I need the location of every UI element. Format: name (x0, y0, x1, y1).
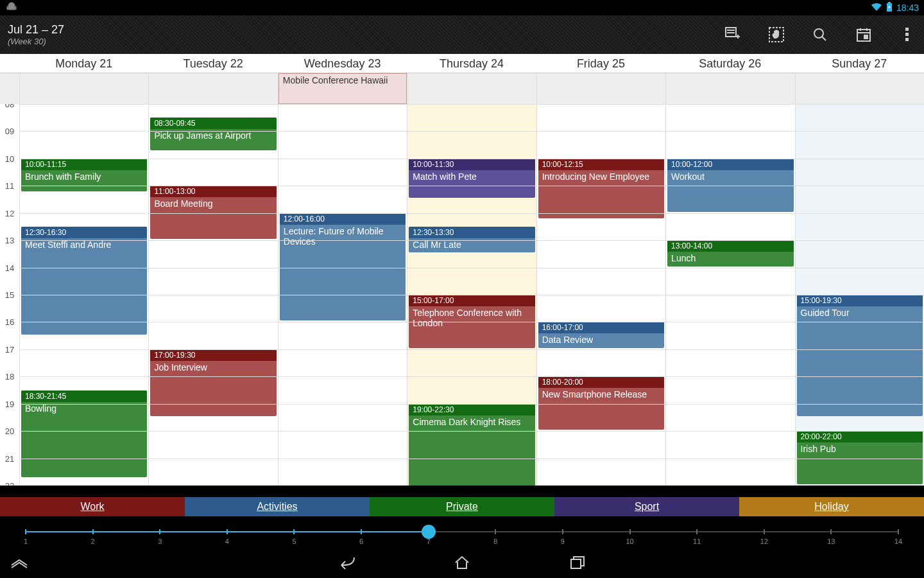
calendar-event[interactable]: 16:00-17:00Data Review (538, 322, 664, 347)
slider-label: 10 (626, 538, 633, 545)
day-header[interactable]: Monday 21 (19, 54, 148, 73)
event-title: Data Review (542, 335, 660, 345)
category-activities[interactable]: Activities (185, 497, 370, 516)
back-button[interactable] (327, 547, 366, 578)
search-icon[interactable] (811, 26, 829, 44)
hour-label: 12 (0, 208, 19, 218)
event-title: Meet Steffi and Andre (25, 240, 143, 250)
hour-label: 10 (0, 153, 19, 163)
date-range-text: Jul 21 – 27 (8, 23, 64, 37)
home-button[interactable] (443, 547, 481, 578)
event-time: 12:00-16:00 (280, 213, 406, 225)
date-range-selector[interactable]: Jul 21 – 27 (Week 30) (8, 23, 64, 46)
allday-cell[interactable] (665, 73, 794, 104)
nav-drawer-icon[interactable] (0, 547, 38, 578)
slider-label: 8 (493, 538, 497, 545)
slider-label: 3 (158, 538, 162, 545)
allday-cell[interactable] (795, 73, 924, 104)
event-title: Cimema Dark Knight Rises (413, 417, 531, 427)
slider-label: 1 (24, 538, 28, 545)
android-nav-bar (0, 547, 924, 578)
recent-apps-button[interactable] (558, 547, 597, 578)
day-header[interactable]: Friday 25 (536, 54, 665, 73)
calendar-event[interactable]: 17:00-19:30Job Interview (150, 349, 276, 416)
event-title: Pick up James at Airport (154, 130, 272, 141)
calendar-event[interactable]: 15:00-17:00Telephone Conference with Lon… (409, 295, 535, 348)
allday-row: Mobile Conference Hawaii (0, 73, 924, 104)
day-header[interactable]: Tuesday 22 (148, 54, 277, 73)
svg-rect-7 (905, 28, 909, 31)
hour-label: 19 (0, 399, 19, 408)
slider-label: 12 (760, 538, 768, 545)
hour-label: 16 (0, 317, 19, 327)
category-sport[interactable]: Sport (554, 497, 739, 516)
day-header[interactable]: Thursday 24 (407, 54, 536, 73)
hour-label: 17 (0, 344, 19, 354)
slider-label: 4 (225, 538, 229, 545)
event-time: 12:30-13:30 (409, 227, 535, 238)
today-icon[interactable] (855, 26, 873, 44)
hour-label: 11 (0, 181, 19, 191)
event-time: 10:00-12:00 (667, 159, 793, 170)
hand-pan-icon[interactable] (767, 26, 785, 44)
svg-rect-9 (905, 38, 909, 41)
category-holiday[interactable]: Holiday (739, 497, 924, 516)
calendar-event[interactable]: 12:30-16:30Meet Steffi and Andre (21, 227, 147, 335)
day-header[interactable]: Wednesday 23 (278, 54, 407, 73)
days-slider[interactable]: 1234567891011121314 (0, 516, 924, 547)
event-time: 08:30-09:45 (150, 118, 276, 129)
calendar-event[interactable]: 20:00-22:00Irish Pub (797, 431, 923, 484)
calendar-event[interactable]: 10:00-12:00Workout (667, 159, 793, 212)
category-private[interactable]: Private (370, 497, 554, 516)
day-headers-row: Monday 21Tuesday 22Wednesday 23Thursday … (0, 54, 924, 73)
event-title: New Smartphone Release (542, 389, 660, 399)
hour-label: 22 (0, 481, 19, 486)
svg-point-4 (814, 29, 823, 38)
calendar-event[interactable]: 10:00-12:15Introducing New Employee (538, 159, 664, 218)
calendar-event[interactable]: 12:00-16:00Lecture: Future of Mobile Dev… (280, 213, 406, 321)
calendar-event[interactable]: 13:00-14:00Lunch (667, 240, 793, 266)
allday-cell[interactable] (148, 73, 277, 104)
category-work[interactable]: Work (0, 497, 185, 516)
event-title: Guided Tour (801, 308, 919, 318)
event-time: 18:00-20:00 (538, 376, 664, 388)
event-time: 20:00-22:00 (797, 431, 923, 442)
event-title: Irish Pub (801, 444, 919, 454)
status-time: 18:43 (896, 3, 919, 13)
allday-event[interactable]: Mobile Conference Hawaii (278, 73, 407, 104)
add-event-icon[interactable] (724, 26, 742, 44)
overflow-menu-icon[interactable] (898, 26, 916, 44)
event-title: Lunch (671, 253, 789, 263)
week-number-text: (Week 30) (8, 37, 64, 46)
hour-label: 20 (0, 426, 19, 436)
svg-rect-8 (905, 33, 909, 36)
event-time: 10:00-11:30 (409, 159, 535, 170)
calendar-event[interactable]: 15:00-19:30Guided Tour (797, 295, 923, 416)
calendar-event[interactable]: 12:30-13:30Call Mr Late (409, 227, 535, 252)
slider-thumb[interactable] (422, 525, 436, 539)
calendar-event[interactable]: 10:00-11:30Match with Pete (409, 159, 535, 198)
event-time: 19:00-22:30 (409, 404, 535, 416)
hour-label: 08 (0, 104, 19, 109)
allday-cell[interactable] (536, 73, 665, 104)
android-robot-icon (5, 2, 18, 14)
calendar-event[interactable]: 19:00-22:30Cimema Dark Knight Rises (409, 404, 535, 486)
event-title: Workout (671, 171, 789, 182)
svg-rect-1 (888, 2, 891, 3)
calendar-event[interactable]: 11:00-13:00Board Meeting (150, 186, 276, 239)
day-header[interactable]: Sunday 27 (795, 54, 924, 73)
slider-label: 5 (292, 538, 296, 545)
event-time: 15:00-17:00 (409, 295, 535, 306)
event-time: 15:00-19:30 (797, 295, 923, 306)
calendar-event[interactable]: 08:30-09:45Pick up James at Airport (150, 118, 276, 150)
event-time: 10:00-11:15 (21, 159, 147, 170)
event-title: Introducing New Employee (542, 171, 660, 182)
allday-cell[interactable] (407, 73, 536, 104)
event-title: Match with Pete (413, 171, 531, 182)
calendar-event[interactable]: 18:00-20:00New Smartphone Release (538, 376, 664, 430)
hour-label: 09 (0, 127, 19, 136)
day-header[interactable]: Saturday 26 (665, 54, 794, 73)
slider-label: 6 (359, 538, 363, 545)
allday-cell[interactable]: Mobile Conference Hawaii (278, 73, 407, 104)
allday-cell[interactable] (19, 73, 148, 104)
